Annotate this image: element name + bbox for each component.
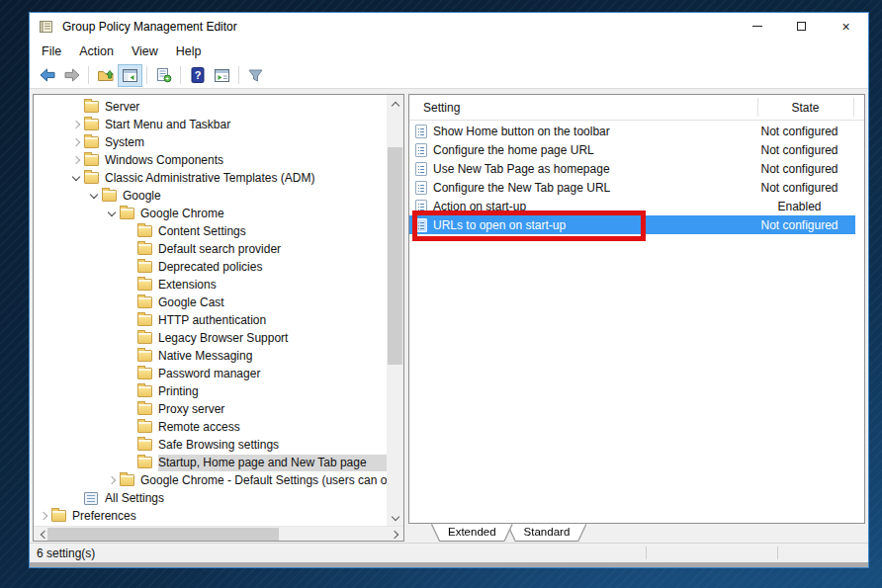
expander-collapsed-icon[interactable]: [36, 508, 51, 524]
tab-extended[interactable]: Extended: [432, 524, 512, 541]
tree-item[interactable]: Remote access: [34, 418, 388, 436]
forward-button[interactable]: [59, 64, 84, 87]
tree-item[interactable]: Start Menu and Taskbar: [34, 116, 388, 133]
policy-setting-icon: [415, 125, 427, 138]
tree-item-label: Google Chrome - Default Settings (users …: [140, 472, 388, 489]
tree-item[interactable]: Legacy Browser Support: [34, 329, 388, 347]
show-window-icon: [214, 68, 230, 83]
column-header-setting[interactable]: Setting: [423, 101, 460, 115]
show-console-tree-button[interactable]: [118, 64, 142, 87]
column-header-state[interactable]: State: [757, 101, 853, 115]
scroll-down-icon[interactable]: [387, 509, 403, 526]
folder-icon: [137, 314, 152, 326]
tree-item[interactable]: Windows Components: [34, 151, 388, 169]
column-divider[interactable]: [757, 98, 758, 117]
tree-item-label: Windows Components: [105, 152, 388, 169]
back-button[interactable]: [35, 64, 59, 87]
up-one-level-button[interactable]: [93, 64, 118, 87]
tree-item-label: Safe Browsing settings: [158, 437, 388, 454]
tree-item[interactable]: Extensions: [34, 276, 388, 294]
folder-icon: [84, 119, 99, 130]
tree-item[interactable]: Deprecated policies: [34, 258, 388, 276]
expander-collapsed-icon[interactable]: [104, 472, 120, 488]
expander-expanded-icon[interactable]: [86, 188, 102, 204]
filter-button[interactable]: [243, 64, 268, 87]
policy-setting-icon: [415, 218, 427, 232]
tree-item[interactable]: Server: [34, 98, 388, 116]
expander-collapsed-icon[interactable]: [68, 134, 84, 150]
tree-item[interactable]: Classic Administrative Templates (ADM): [34, 169, 388, 187]
folder-icon: [120, 208, 134, 219]
tree-vertical-scrollbar[interactable]: [387, 95, 403, 526]
scroll-up-icon[interactable]: [387, 95, 403, 112]
filter-icon: [247, 68, 264, 83]
folder-icon: [51, 510, 66, 522]
show-window-button[interactable]: [210, 64, 234, 87]
policy-setting-icon: [415, 143, 427, 157]
menu-bar: FileActionViewHelp: [30, 40, 868, 62]
tree-item[interactable]: Native Messaging: [34, 347, 388, 365]
expander-expanded-icon[interactable]: [68, 170, 84, 186]
scrollbar-thumb[interactable]: [388, 147, 402, 365]
tree-item-label: All Settings: [105, 490, 388, 507]
export-list-icon: [155, 67, 172, 83]
expander-placeholder: [122, 383, 137, 399]
tree-item[interactable]: Proxy server: [34, 400, 388, 418]
setting-row[interactable]: Configure the home page URLNot configure…: [409, 140, 855, 159]
tree-item[interactable]: All Settings: [34, 489, 388, 507]
tree-item-label: Startup, Home page and New Tab page: [158, 455, 388, 471]
expander-collapsed-icon[interactable]: [68, 152, 84, 168]
setting-row[interactable]: URLs to open on start-upNot configured: [409, 215, 855, 234]
expander-collapsed-icon[interactable]: [68, 117, 84, 132]
tree-item[interactable]: Google Chrome - Default Settings (users …: [34, 471, 388, 489]
folder-icon: [137, 439, 152, 451]
tree-item-label: System: [105, 134, 388, 151]
help-button[interactable]: ?: [185, 64, 210, 87]
menu-view[interactable]: View: [123, 42, 167, 61]
expander-placeholder: [122, 330, 137, 346]
expander-placeholder: [122, 401, 137, 417]
tree-horizontal-scrollbar[interactable]: [34, 526, 403, 541]
tree-item[interactable]: Startup, Home page and New Tab page: [34, 454, 388, 471]
tree-item[interactable]: Safe Browsing settings: [34, 436, 388, 454]
setting-state: Not configured: [751, 143, 847, 157]
tree-item[interactable]: HTTP authentication: [34, 311, 388, 329]
tree-item-label: Password manager: [158, 366, 388, 382]
maximize-icon: [797, 22, 806, 31]
title-bar[interactable]: Group Policy Management Editor ×: [30, 13, 868, 40]
scrollbar-thumb[interactable]: [47, 528, 279, 541]
maximize-button[interactable]: [779, 13, 824, 40]
menu-action[interactable]: Action: [70, 42, 123, 61]
tree-item[interactable]: Google: [34, 187, 388, 205]
minimize-button[interactable]: [735, 13, 779, 40]
tree-item[interactable]: Google Chrome: [34, 205, 388, 222]
tree-item[interactable]: Preferences: [34, 507, 388, 525]
setting-row[interactable]: Configure the New Tab page URLNot config…: [409, 178, 855, 197]
folder-icon: [137, 403, 152, 415]
setting-row[interactable]: Show Home button on the toolbarNot confi…: [409, 122, 855, 140]
tree-item[interactable]: Printing: [34, 382, 388, 400]
tree-item[interactable]: Default search provider: [34, 240, 388, 258]
forward-arrow-icon: [63, 67, 81, 83]
tree-item-label: Content Settings: [158, 223, 388, 240]
tab-wrap: Standard: [508, 524, 586, 543]
folder-icon: [120, 474, 134, 486]
toolbar-separator: [238, 66, 239, 84]
scroll-right-icon[interactable]: [387, 527, 403, 542]
setting-row[interactable]: Use New Tab Page as homepageNot configur…: [409, 159, 855, 178]
settings-list-pane: Setting State Show Home button on the to…: [408, 94, 865, 524]
tab-standard[interactable]: Standard: [508, 524, 586, 541]
tree-item[interactable]: System: [34, 133, 388, 151]
toolbar-separator: [88, 66, 89, 84]
tree-item[interactable]: Content Settings: [34, 222, 388, 240]
setting-row[interactable]: Action on start-upEnabled: [409, 197, 855, 215]
expander-expanded-icon[interactable]: [104, 206, 120, 221]
column-divider[interactable]: [853, 98, 854, 117]
menu-help[interactable]: Help: [167, 42, 211, 61]
tree-item[interactable]: Google Cast: [34, 294, 388, 311]
menu-file[interactable]: File: [33, 42, 70, 61]
tree-item[interactable]: Password manager: [34, 365, 388, 382]
export-list-button[interactable]: [151, 64, 176, 87]
policy-setting-icon: [415, 162, 427, 176]
close-button[interactable]: ×: [824, 13, 868, 40]
